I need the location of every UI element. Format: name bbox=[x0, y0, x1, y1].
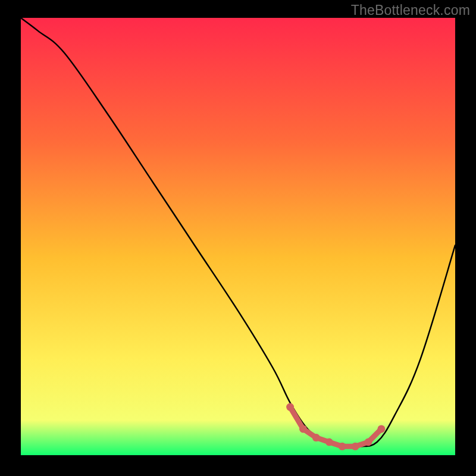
optimal-range-marker bbox=[377, 425, 385, 433]
chart-svg bbox=[21, 18, 455, 455]
optimal-range-marker bbox=[365, 439, 372, 446]
optimal-range-marker bbox=[312, 434, 320, 441]
optimal-range-marker bbox=[325, 439, 333, 446]
chart-frame: TheBottleneck.com bbox=[0, 0, 476, 476]
optimal-range-marker bbox=[339, 443, 346, 450]
chart-plot-area bbox=[21, 18, 455, 455]
watermark-text: TheBottleneck.com bbox=[351, 2, 470, 18]
optimal-range-marker bbox=[352, 443, 359, 450]
optimal-range-marker bbox=[299, 425, 307, 433]
optimal-range-marker bbox=[286, 403, 294, 411]
